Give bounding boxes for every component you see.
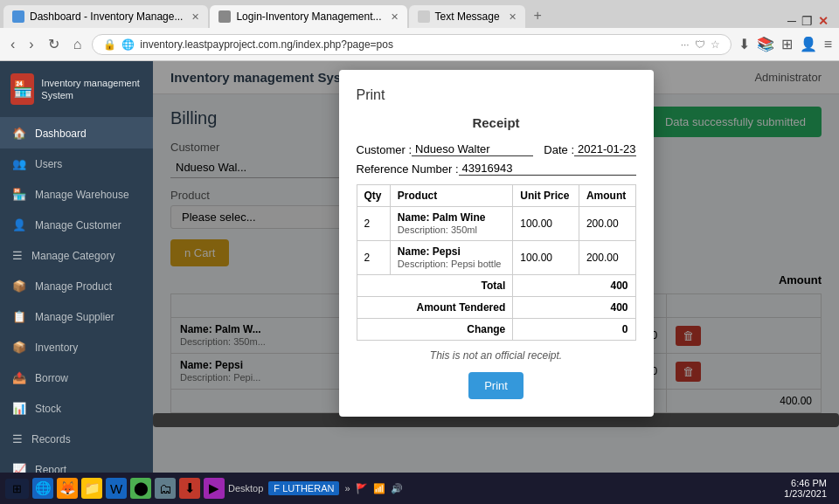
taskbar-browser-icon[interactable]: 🦊 (57, 478, 78, 499)
home-button[interactable]: ⌂ (70, 35, 86, 54)
receipt-change-value: 0 (513, 319, 635, 341)
receipt-title-section: Receipt (357, 115, 636, 130)
sidebar-item-dashboard[interactable]: 🏠 Dashboard (0, 118, 153, 148)
close-button[interactable]: ✕ (818, 14, 829, 28)
sidebar-label-stock: Stock (35, 403, 61, 415)
receipt-total-row: Total 400 (357, 275, 635, 297)
receipt-total-value: 400 (513, 275, 635, 297)
taskbar-lutheran-label[interactable]: F LUTHERAN (268, 481, 339, 495)
receipt-row-2-qty: 2 (357, 241, 390, 275)
extensions-icon[interactable]: ⊞ (781, 36, 793, 52)
tab-label-dashboard: Dashboard - Inventory Manage... (30, 10, 183, 23)
restore-button[interactable]: ❐ (801, 14, 813, 28)
sidebar-label-dashboard: Dashboard (35, 128, 87, 140)
sidebar-label-category: Manage Category (31, 250, 114, 262)
tab-login[interactable]: Login-Inventory Management... ✕ (210, 5, 406, 28)
sidebar-item-customer[interactable]: 👤 Manage Customer (0, 210, 153, 240)
taskbar-flag-icon: 🚩 (356, 483, 368, 494)
customer-icon: 👤 (12, 218, 26, 231)
windows-icon: ⊞ (12, 482, 22, 495)
tab-label-text: Text Message (435, 10, 500, 23)
print-button[interactable]: Print (468, 372, 524, 399)
address-bar: ‹ › ↻ ⌂ 🔒 🌐 inventory.leastpayproject.co… (0, 28, 839, 61)
receipt-change-row: Change 0 (357, 319, 635, 341)
sidebar-label-customer: Manage Customer (35, 219, 121, 231)
receipt-tendered-row: Amount Tendered 400 (357, 297, 635, 319)
sidebar-item-warehouse[interactable]: 🏪 Manage Warehouse (0, 179, 153, 210)
receipt-row-1: 2 Name: Palm Wine Description: 350ml 100… (357, 207, 635, 241)
category-icon: ☰ (12, 249, 23, 262)
taskbar-date: 1/23/2021 (784, 488, 827, 499)
url-bar[interactable]: 🔒 🌐 inventory.leastpayproject.com.ng/ind… (92, 34, 731, 55)
tab-dashboard[interactable]: Dashboard - Inventory Manage... ✕ (3, 5, 208, 28)
taskbar-ie-icon[interactable]: 🌐 (32, 478, 53, 499)
menu-icon[interactable]: ≡ (824, 37, 832, 52)
tab-favicon-dash (12, 10, 24, 23)
receipt-change-label: Change (357, 319, 513, 341)
forward-button[interactable]: › (25, 35, 37, 54)
users-icon: 👥 (12, 157, 26, 170)
reload-button[interactable]: ↻ (45, 34, 63, 54)
profile-icon[interactable]: 👤 (800, 36, 817, 52)
sidebar-label-warehouse: Manage Warehouse (35, 189, 129, 201)
supplier-icon: 📋 (12, 310, 26, 323)
logo-text: Inventory management System (41, 77, 142, 102)
tab-bar: Dashboard - Inventory Manage... ✕ Login-… (0, 0, 839, 28)
taskbar-time: 6:46 PM (784, 478, 827, 488)
back-button[interactable]: ‹ (7, 35, 18, 54)
customer-field-value: Ndueso Walter (412, 142, 533, 156)
url-text: inventory.leastpayproject.com.ng/index.p… (140, 38, 675, 51)
tab-label-login: Login-Inventory Management... (236, 10, 381, 23)
taskbar-files-icon[interactable]: 📁 (81, 478, 102, 499)
receipt-col-unitprice: Unit Price (513, 185, 579, 207)
warehouse-icon: 🏪 (12, 188, 26, 201)
taskbar-desktop-label: Desktop (228, 483, 263, 494)
sidebar-item-inventory[interactable]: 📦 Inventory (0, 332, 153, 362)
logo-icon: 🏪 (10, 73, 34, 105)
sidebar-item-product[interactable]: 📦 Manage Product (0, 271, 153, 301)
tab-close-login[interactable]: ✕ (391, 11, 399, 23)
receipt-row-1-unitprice: 100.00 (513, 207, 579, 241)
tab-favicon-text (418, 10, 430, 23)
minimize-button[interactable]: ─ (787, 14, 796, 28)
bookmark-icon[interactable]: 📚 (757, 36, 774, 52)
sidebar-item-records[interactable]: ☰ Records (0, 424, 153, 454)
modal-overlay: Print Receipt Customer : Ndueso Walter D… (153, 61, 839, 504)
sidebar-item-borrow[interactable]: 📤 Borrow (0, 362, 153, 393)
taskbar-downloader-icon[interactable]: ⬇ (179, 478, 200, 499)
borrow-icon: 📤 (12, 371, 26, 384)
download-icon[interactable]: ⬇ (738, 36, 750, 52)
inventory-icon: 📦 (12, 341, 26, 354)
receipt-col-qty: Qty (357, 185, 390, 207)
taskbar-sys-tray: Desktop F LUTHERAN » 🚩 📶 🔊 (228, 481, 403, 495)
sidebar-item-supplier[interactable]: 📋 Manage Supplier (0, 301, 153, 332)
app-layout: 🏪 Inventory management System 🏠 Dashboar… (0, 61, 839, 504)
tab-close-dashboard[interactable]: ✕ (191, 11, 199, 23)
main-content: Inventory management System Administrato… (153, 61, 839, 504)
taskbar-chrome-icon[interactable]: ⬤ (130, 478, 151, 499)
tab-close-text[interactable]: ✕ (509, 11, 517, 23)
tab-controls: ─ ❐ ✕ (787, 14, 836, 28)
start-button[interactable]: ⊞ (5, 479, 29, 499)
sidebar-item-stock[interactable]: 📊 Stock (0, 393, 153, 424)
taskbar-word-icon[interactable]: W (106, 478, 127, 499)
product-icon: 📦 (12, 280, 26, 293)
records-icon: ☰ (12, 432, 23, 445)
taskbar-explorer-icon[interactable]: 🗂 (155, 478, 176, 499)
customer-field-label: Customer : (357, 143, 413, 156)
sidebar-item-users[interactable]: 👥 Users (0, 148, 153, 179)
stock-icon: 📊 (12, 402, 26, 415)
sidebar-item-category[interactable]: ☰ Manage Category (0, 240, 153, 271)
taskbar-media-icon[interactable]: ▶ (204, 478, 225, 499)
taskbar-network-icon: 📶 (373, 483, 385, 494)
tab-add-button[interactable]: + (527, 3, 549, 28)
dots-icon: ··· (681, 38, 690, 51)
taskbar-volume-icon: 🔊 (391, 483, 403, 494)
browser-right-icons: ⬇ 📚 ⊞ 👤 ≡ (738, 36, 832, 52)
tab-text[interactable]: Text Message ✕ (409, 5, 525, 28)
taskbar-clock: 6:46 PM 1/23/2021 (784, 478, 834, 499)
ref-field-value: 43916943 (459, 162, 636, 176)
receipt-footer: This is not an official receipt. (357, 349, 636, 362)
receipt-row-1-qty: 2 (357, 207, 390, 241)
sidebar-label-users: Users (35, 158, 62, 170)
